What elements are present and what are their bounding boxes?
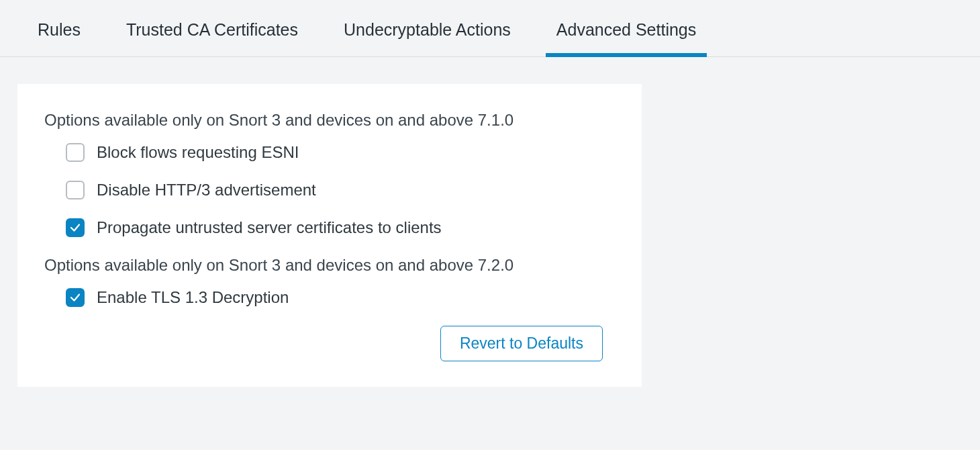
option-label: Block flows requesting ESNI <box>97 143 299 162</box>
option-label: Propagate untrusted server certificates … <box>97 218 442 237</box>
checkbox-disable-http3[interactable] <box>66 181 85 199</box>
group1-heading: Options available only on Snort 3 and de… <box>44 111 615 130</box>
group2-heading: Options available only on Snort 3 and de… <box>44 256 615 275</box>
option-label: Enable TLS 1.3 Decryption <box>97 288 289 307</box>
checkbox-block-esni[interactable] <box>66 143 85 162</box>
option-block-esni[interactable]: Block flows requesting ESNI <box>66 143 615 162</box>
tab-trusted-ca-certificates[interactable]: Trusted CA Certificates <box>126 0 298 57</box>
option-propagate-untrusted[interactable]: Propagate untrusted server certificates … <box>66 218 615 237</box>
tab-rules[interactable]: Rules <box>38 0 81 57</box>
tab-undecryptable-actions[interactable]: Undecryptable Actions <box>344 0 511 57</box>
button-row: Revert to Defaults <box>44 326 615 361</box>
option-label: Disable HTTP/3 advertisement <box>97 181 316 199</box>
revert-to-defaults-button[interactable]: Revert to Defaults <box>440 326 603 361</box>
checkbox-propagate-untrusted[interactable] <box>66 218 85 237</box>
advanced-settings-panel: Options available only on Snort 3 and de… <box>17 84 642 387</box>
checkbox-enable-tls13[interactable] <box>66 288 85 307</box>
option-disable-http3[interactable]: Disable HTTP/3 advertisement <box>66 181 615 199</box>
tab-advanced-settings[interactable]: Advanced Settings <box>556 0 696 57</box>
tab-bar: Rules Trusted CA Certificates Undecrypta… <box>0 0 980 57</box>
option-enable-tls13[interactable]: Enable TLS 1.3 Decryption <box>66 288 615 307</box>
